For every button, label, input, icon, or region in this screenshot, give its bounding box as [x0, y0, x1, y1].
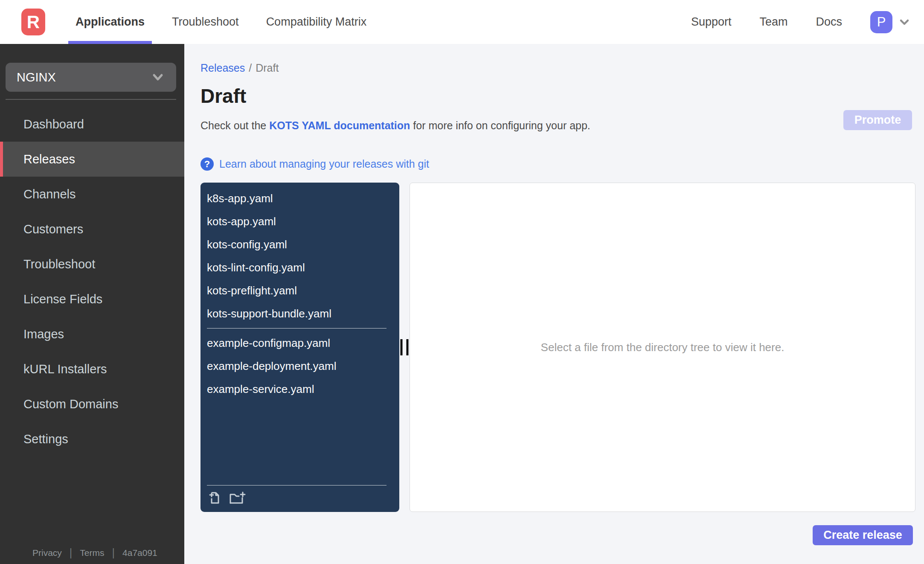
- breadcrumb-releases-link[interactable]: Releases: [200, 62, 245, 74]
- breadcrumb: Releases/Draft: [200, 62, 924, 74]
- file-tree-item-kots-lint-config[interactable]: kots-lint-config.yaml: [200, 256, 399, 279]
- footer-separator: |: [70, 547, 73, 559]
- file-tree-divider: [207, 328, 386, 329]
- new-file-button[interactable]: [208, 491, 221, 505]
- release-editor-panels: k8s-app.yaml kots-app.yaml kots-config.y…: [200, 183, 924, 512]
- file-tree-panel: k8s-app.yaml kots-app.yaml kots-config.y…: [200, 183, 399, 512]
- main-content: Releases/Draft Draft Promote Check out t…: [184, 44, 924, 564]
- tab-applications[interactable]: Applications: [68, 0, 152, 44]
- breadcrumb-separator: /: [249, 62, 252, 74]
- sidebar: NGINX Dashboard Releases Channels Custom…: [0, 44, 184, 564]
- app-selector-value: NGINX: [17, 70, 56, 84]
- sidebar-item-troubleshoot[interactable]: Troubleshoot: [0, 247, 184, 282]
- file-tree-toolbar: [207, 485, 386, 512]
- sidebar-item-images[interactable]: Images: [0, 317, 184, 352]
- create-release-button[interactable]: Create release: [813, 525, 913, 545]
- sidebar-nav: Dashboard Releases Channels Customers Tr…: [0, 107, 184, 456]
- file-tree-item-kots-support-bundle[interactable]: kots-support-bundle.yaml: [200, 302, 399, 325]
- nav-link-team[interactable]: Team: [759, 15, 787, 29]
- question-mark-icon: ?: [200, 157, 214, 171]
- nav-link-support[interactable]: Support: [691, 15, 732, 29]
- resize-bar: [401, 339, 403, 355]
- panel-resize-handle[interactable]: [401, 339, 409, 355]
- build-version: 4a7a091: [122, 548, 157, 558]
- primary-tabs: Applications Troubleshoot Compatibility …: [68, 0, 386, 44]
- privacy-link[interactable]: Privacy: [32, 548, 62, 558]
- sidebar-item-channels[interactable]: Channels: [0, 177, 184, 212]
- sidebar-item-custom-domains[interactable]: Custom Domains: [0, 387, 184, 422]
- description-prefix: Check out the: [200, 119, 269, 131]
- folder-plus-icon: [229, 491, 246, 505]
- sidebar-item-dashboard[interactable]: Dashboard: [0, 107, 184, 142]
- footer-separator: |: [112, 547, 115, 559]
- sidebar-item-kurl-installers[interactable]: kURL Installers: [0, 352, 184, 387]
- page-description: Check out the KOTS YAML documentation fo…: [200, 119, 924, 132]
- sidebar-divider: [6, 99, 176, 100]
- promote-button[interactable]: Promote: [843, 110, 912, 130]
- chevron-down-icon: [150, 69, 166, 85]
- kots-yaml-docs-link[interactable]: KOTS YAML documentation: [269, 119, 410, 131]
- tab-compatibility-matrix[interactable]: Compatibility Matrix: [259, 0, 374, 44]
- panel-gutter: [399, 183, 410, 512]
- breadcrumb-current: Draft: [256, 62, 279, 74]
- sidebar-item-license-fields[interactable]: License Fields: [0, 282, 184, 317]
- file-tree-item-example-deployment[interactable]: example-deployment.yaml: [200, 355, 399, 378]
- create-release-row: Create release: [200, 525, 924, 545]
- new-folder-button[interactable]: [229, 491, 246, 505]
- git-help-row: ? Learn about managing your releases wit…: [200, 157, 924, 171]
- file-tree-item-kots-app[interactable]: kots-app.yaml: [200, 210, 399, 233]
- top-nav: R Applications Troubleshoot Compatibilit…: [0, 0, 924, 44]
- sidebar-item-settings[interactable]: Settings: [0, 422, 184, 456]
- file-tree-item-kots-preflight[interactable]: kots-preflight.yaml: [200, 279, 399, 302]
- file-viewer-panel: Select a file from the directory tree to…: [410, 183, 915, 512]
- nav-link-docs[interactable]: Docs: [816, 15, 842, 29]
- file-tree-item-example-service[interactable]: example-service.yaml: [200, 378, 399, 401]
- file-tree-item-k8s-app[interactable]: k8s-app.yaml: [200, 187, 399, 210]
- terms-link[interactable]: Terms: [80, 548, 104, 558]
- sidebar-item-releases[interactable]: Releases: [0, 142, 184, 177]
- nav-right: Support Team Docs P: [691, 0, 911, 44]
- viewer-placeholder-text: Select a file from the directory tree to…: [541, 341, 785, 354]
- chevron-down-icon[interactable]: [898, 15, 911, 29]
- sidebar-footer: Privacy | Terms | 4a7a091: [32, 547, 157, 559]
- tab-troubleshoot[interactable]: Troubleshoot: [165, 0, 246, 44]
- app-selector-dropdown[interactable]: NGINX: [6, 63, 176, 92]
- replicated-logo[interactable]: R: [21, 9, 45, 35]
- avatar[interactable]: P: [870, 11, 892, 33]
- resize-bar: [407, 339, 409, 355]
- page-title: Draft: [200, 84, 924, 108]
- file-tree-item-kots-config[interactable]: kots-config.yaml: [200, 233, 399, 256]
- description-suffix: for more info on configuring your app.: [410, 119, 590, 131]
- file-plus-icon: [208, 491, 221, 505]
- file-tree-item-example-configmap[interactable]: example-configmap.yaml: [200, 331, 399, 355]
- sidebar-item-customers[interactable]: Customers: [0, 212, 184, 247]
- git-releases-help-link[interactable]: Learn about managing your releases with …: [219, 158, 429, 170]
